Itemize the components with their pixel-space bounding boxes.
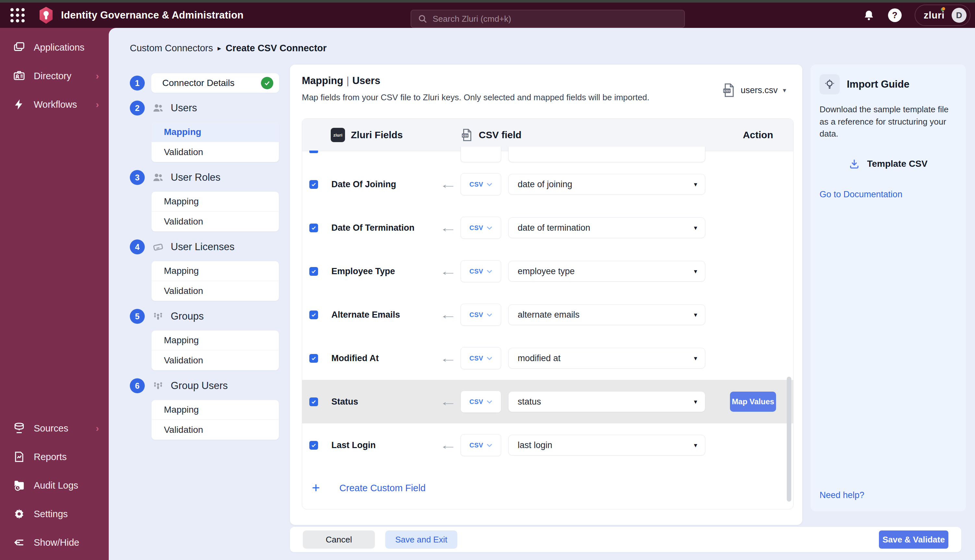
row-checkbox[interactable] [309,223,318,232]
svg-text:CSV: CSV [462,134,468,137]
step-group-users: 6 Group Users [130,378,279,393]
source-type-select[interactable]: CSV [461,217,501,239]
search-icon [418,14,427,24]
source-type-select[interactable]: CSV [461,260,501,282]
source-type-select[interactable]: CSV [461,304,501,326]
sidebar-item-applications[interactable]: Applications [0,33,109,62]
substep-user-licenses-validation[interactable]: Validation [152,281,279,301]
row-checkbox[interactable] [309,354,318,363]
zluri-wordmark: zluri [924,10,945,21]
mapping-row-date-of-joining: Date Of Joining ← CSV date of joining▾ [302,163,793,206]
chevron-down-icon [486,443,493,447]
notifications-bell-icon[interactable] [863,9,875,22]
substep-users-mapping[interactable]: Mapping [152,122,279,142]
csv-field-select[interactable]: employee type▾ [508,261,705,282]
source-type-select[interactable]: CSV [461,347,501,369]
import-guide-title: Import Guide [847,78,910,90]
workflows-icon [13,98,25,111]
sidebar-bottom-group: Sources › Reports Audit Logs [0,414,109,557]
substep-user-roles-validation[interactable]: Validation [152,212,279,231]
settings-gear-icon [13,508,25,520]
chevron-down-icon [486,400,493,403]
substep-group-users-validation[interactable]: Validation [152,420,279,440]
chevron-right-icon: › [96,423,99,434]
sidebar-item-show-hide[interactable]: Show/Hide [0,528,109,557]
source-type-select[interactable]: CSV [461,173,501,195]
csv-field-select[interactable]: date of termination▾ [508,217,705,238]
chevron-right-icon: › [96,70,99,82]
zluri-field-label: Date Of Termination [331,223,439,233]
step-groups-substeps: Mapping Validation [151,330,279,370]
topbar-actions: ? zluri D [863,3,970,28]
search-input[interactable] [432,14,678,24]
csv-field-select[interactable]: last login▾ [508,435,705,455]
app-grid-icon[interactable] [8,6,27,24]
help-icon[interactable]: ? [888,8,902,22]
caret-down-icon: ▾ [694,180,697,188]
csv-field-select[interactable]: modified at▾ [508,348,705,368]
csv-field-select[interactable]: alternate emails▾ [508,304,705,325]
need-help-link[interactable]: Need help? [820,490,864,500]
template-csv-download[interactable]: Template CSV [820,158,957,169]
step-connector-details: 1 Connector Details [130,73,279,93]
row-checkbox[interactable] [309,310,318,319]
sidebar-item-settings[interactable]: Settings [0,500,109,528]
table-header: zluri Zluri Fields CSV CSV field Ac [302,119,793,151]
cancel-button[interactable]: Cancel [303,530,375,548]
chevron-down-icon [486,357,493,360]
row-checkbox[interactable] [309,397,318,406]
breadcrumb-parent[interactable]: Custom Connectors [130,43,213,53]
substep-groups-mapping[interactable]: Mapping [152,331,279,350]
sidebar-item-sources[interactable]: Sources › [0,414,109,443]
csv-field-select[interactable]: date of joining▾ [508,174,705,195]
table-scrollbar-thumb[interactable] [787,377,791,502]
step-user-roles: 3 User Roles [130,170,279,185]
column-csv-field: CSV CSV field [461,119,522,151]
account-menu[interactable]: zluri D [915,5,970,26]
zluri-wordmark-dot [942,7,945,10]
step-users: 2 Users [130,101,279,115]
svg-text:CSV: CSV [724,89,730,92]
source-type-select[interactable]: CSV [461,391,501,413]
source-type-select[interactable]: CSV [461,434,501,456]
zluri-badge-icon: zluri [331,128,345,142]
documentation-link[interactable]: Go to Documentation [820,190,957,200]
sidebar-item-directory[interactable]: Directory › [0,62,109,90]
avatar[interactable]: D [952,8,967,23]
map-arrow-icon: ← [434,438,463,452]
substep-groups-validation[interactable]: Validation [152,350,279,370]
step-groups: 5 Groups [130,309,279,324]
row-checkbox[interactable] [309,267,318,276]
csv-file-icon: CSV [722,83,735,98]
csv-field-select[interactable]: status▾ [508,391,705,412]
row-checkbox[interactable] [309,180,318,189]
caret-down-icon: ▾ [694,267,697,275]
sidebar-item-audit-logs[interactable]: Audit Logs [0,471,109,500]
sidebar-item-reports[interactable]: Reports [0,443,109,471]
sources-icon [13,422,25,435]
create-custom-field-link[interactable]: Create Custom Field [339,483,426,493]
step-number: 5 [130,309,145,324]
mapping-row-alternate-emails: Alternate Emails ← CSV alternate emails▾ [302,293,793,337]
row-checkbox[interactable] [309,441,318,450]
map-arrow-icon: ← [434,352,463,365]
sidebar-item-workflows[interactable]: Workflows › [0,90,109,119]
step-group-users-substeps: Mapping Validation [151,400,279,440]
substep-group-users-mapping[interactable]: Mapping [152,400,279,420]
substep-user-roles-mapping[interactable]: Mapping [152,192,279,212]
substep-user-licenses-mapping[interactable]: Mapping [152,261,279,281]
clipped-checkbox [309,150,318,153]
chevron-down-icon [486,226,493,230]
map-values-button[interactable]: Map Values [730,392,776,412]
substep-users-validation[interactable]: Validation [152,142,279,162]
audit-logs-icon [13,479,25,492]
caret-down-icon: ▾ [694,311,697,318]
mapping-row-employee-type: Employee Type ← CSV employee type▾ [302,250,793,293]
clipped-source-chip [461,147,501,162]
step-number: 2 [130,101,145,115]
step-connector-details-card[interactable]: Connector Details [151,73,279,93]
save-and-exit-button[interactable]: Save and Exit [385,530,457,548]
save-and-validate-button[interactable]: Save & Validate [879,530,948,548]
csv-file-selector[interactable]: CSV users.csv ▾ [722,83,786,98]
step-number: 1 [130,76,145,90]
